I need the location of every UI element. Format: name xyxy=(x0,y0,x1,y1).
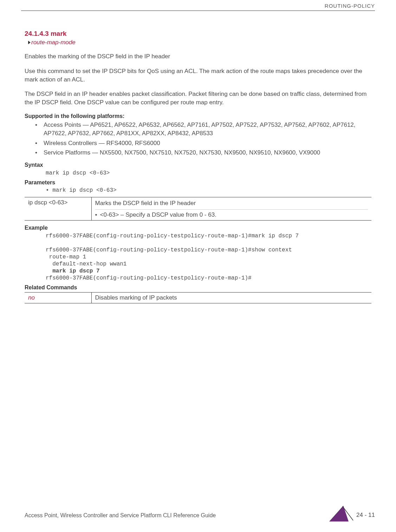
footer-doc-title: Access Point, Wireless Controller and Se… xyxy=(25,512,216,519)
param-name-cell: ip dscp <0-63> xyxy=(25,197,91,221)
syntax-code: mark ip dscp <0-63> xyxy=(25,170,371,177)
code-line: rfs6000-37FABE(config-routing-policy-tes… xyxy=(46,233,299,239)
list-item: Access Points — AP6521, AP6522, AP6532, … xyxy=(35,121,371,138)
param-desc-cell: Marks the DSCP field in the IP header <0… xyxy=(91,197,371,221)
table-row: no Disables marking of IP packets xyxy=(25,293,371,303)
param-desc-line: Marks the DSCP field in the IP header xyxy=(95,199,368,208)
header-rule xyxy=(21,11,375,11)
list-item: Wireless Controllers — RFS4000, RFS6000 xyxy=(35,139,371,147)
code-line: rfs6000-37FABE(config-routing-policy-tes… xyxy=(46,275,252,281)
code-line: default-next-hop wwan1 xyxy=(46,261,126,267)
page-number: 24 - 11 xyxy=(356,512,375,519)
code-line: rfs6000-37FABE(config-routing-policy-tes… xyxy=(46,247,292,253)
example-heading: Example xyxy=(25,225,371,231)
table-row: ip dscp <0-63> Marks the DSCP field in t… xyxy=(25,197,371,221)
syntax-heading: Syntax xyxy=(25,162,371,168)
breadcrumb-link[interactable]: route-map-mode xyxy=(31,39,76,46)
running-head: ROUTING-POLICY xyxy=(325,3,375,9)
related-cmd-link[interactable]: no xyxy=(28,294,35,301)
breadcrumb: route-map-mode xyxy=(28,39,371,46)
example-code: rfs6000-37FABE(config-routing-policy-tes… xyxy=(25,232,371,282)
code-line: route-map 1 xyxy=(46,254,86,260)
related-cmd-cell: no xyxy=(25,293,91,303)
parameters-bullet: • mark ip dscp <0-63> xyxy=(25,187,371,193)
related-desc-cell: Disables marking of IP packets xyxy=(91,293,371,303)
related-heading: Related Commands xyxy=(25,284,371,291)
intro-para-2: Use this command to set the IP DSCP bits… xyxy=(25,67,371,84)
related-commands-table: no Disables marking of IP packets xyxy=(25,292,371,303)
parameters-table: ip dscp <0-63> Marks the DSCP field in t… xyxy=(25,197,371,221)
intro-para-1: Enables the marking of the DSCP field in… xyxy=(25,52,371,61)
page-footer: Access Point, Wireless Controller and Se… xyxy=(25,512,375,519)
main-content: 24.1.4.3 mark route-map-mode Enables the… xyxy=(0,0,396,303)
code-line-bold: mark ip dscp 7 xyxy=(46,268,100,274)
section-heading: 24.1.4.3 mark xyxy=(25,30,371,38)
intro-para-3: The DSCP field in an IP header enables p… xyxy=(25,90,371,107)
param-desc-bullet: <0-63> – Specify a DSCP value from 0 - 6… xyxy=(95,209,368,218)
parameters-heading: Parameters xyxy=(25,179,371,186)
list-item: Service Platforms — NX5500, NX7500, NX75… xyxy=(35,149,371,157)
breadcrumb-arrow-icon xyxy=(28,41,31,44)
supported-heading: Supported in the following platforms: xyxy=(25,113,371,119)
supported-platforms-list: Access Points — AP6521, AP6522, AP6532, … xyxy=(25,121,371,157)
